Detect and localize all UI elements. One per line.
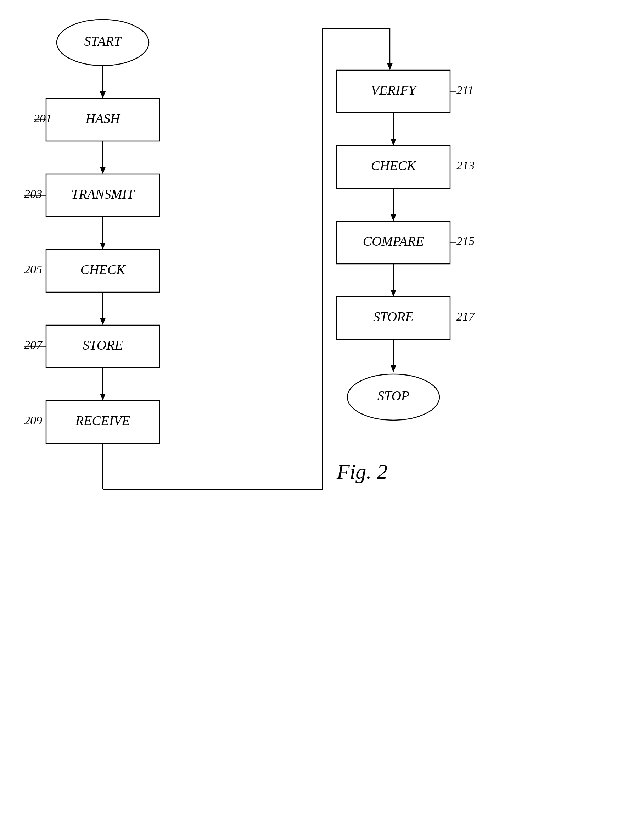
svg-marker-10 <box>100 318 105 325</box>
check205-label: CHECK <box>80 262 126 277</box>
check205-ref: 205 <box>24 263 42 276</box>
check213-ref: 213 <box>456 159 475 172</box>
receive-ref: 209 <box>24 414 42 427</box>
transmit-ref: 203 <box>24 187 42 201</box>
svg-marker-26 <box>390 214 396 221</box>
verify-ref: 211 <box>456 83 474 96</box>
start-label: START <box>84 34 123 49</box>
store207-label: STORE <box>83 338 123 352</box>
stop-label: STOP <box>378 388 409 403</box>
svg-marker-20 <box>387 63 393 70</box>
svg-marker-1 <box>100 92 105 99</box>
store217-ref: 217 <box>456 310 475 323</box>
svg-marker-13 <box>100 393 105 401</box>
receive-label: RECEIVE <box>75 413 130 428</box>
hash-label: HASH <box>85 111 121 126</box>
svg-marker-4 <box>100 167 105 174</box>
transmit-label: TRANSMIT <box>71 186 135 201</box>
verify-label: VERIFY <box>371 83 417 98</box>
svg-marker-7 <box>100 243 105 249</box>
hash-ref: 201 <box>34 112 52 125</box>
svg-marker-23 <box>390 139 396 146</box>
compare-ref: 215 <box>456 234 475 248</box>
figure-label: Fig. 2 <box>336 460 387 483</box>
svg-marker-29 <box>390 290 396 297</box>
svg-marker-32 <box>390 365 396 372</box>
check213-label: CHECK <box>371 158 416 173</box>
compare-label: COMPARE <box>363 234 424 249</box>
store207-ref: 207 <box>24 338 43 351</box>
flowchart-diagram: START HASH 201 TRANSMIT 203 CHECK 205 ST… <box>0 0 628 840</box>
store217-label: STORE <box>373 309 413 324</box>
